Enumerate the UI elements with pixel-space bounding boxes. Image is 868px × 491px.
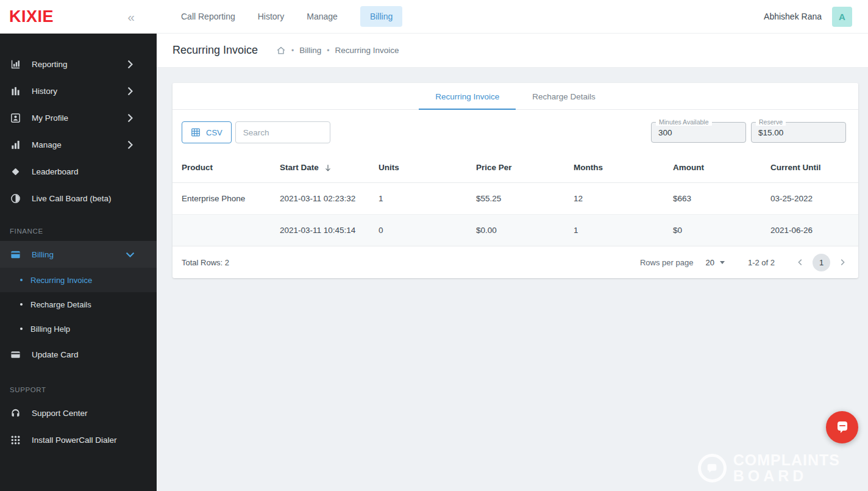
- headset-icon: [10, 407, 21, 419]
- cell-amount: $0: [673, 214, 770, 246]
- sidebar-header: KIXIE «: [0, 0, 157, 34]
- chevron-right-icon: [124, 85, 136, 97]
- reserve-input[interactable]: [752, 128, 845, 137]
- minutes-available-input[interactable]: [652, 128, 745, 137]
- previous-page-button[interactable]: [793, 255, 808, 270]
- sidebar-item-billing[interactable]: Billing: [0, 241, 157, 268]
- avatar[interactable]: A: [832, 7, 852, 27]
- rows-per-page-select[interactable]: 20: [705, 258, 724, 267]
- bullet-icon: [20, 328, 23, 330]
- sidebar-item-history[interactable]: History: [0, 77, 157, 104]
- sidebar-item-update-card[interactable]: Update Card: [0, 341, 157, 368]
- table-grid-icon: [191, 127, 201, 137]
- cell-price-per: $55.25: [476, 182, 574, 214]
- chat-launcher-button[interactable]: [826, 411, 858, 443]
- csv-export-button[interactable]: CSV: [182, 121, 232, 143]
- sidebar-collapse-button[interactable]: «: [127, 10, 135, 23]
- cell-months: 12: [574, 182, 673, 214]
- sidebar-subitem-billing-help[interactable]: Billing Help: [0, 317, 157, 341]
- topnav-user-area: Abhishek Rana A: [764, 7, 852, 27]
- bullet-icon: [20, 303, 23, 306]
- topnav-billing[interactable]: Billing: [360, 6, 402, 27]
- sidebar-item-support-center[interactable]: Support Center: [0, 400, 157, 426]
- balance-fields: Minutes Available Reserve: [651, 122, 846, 143]
- page-header: Recurring Invoice • Billing • Recurring …: [157, 34, 868, 68]
- sidebar-item-my-profile[interactable]: My Profile: [0, 104, 157, 131]
- search-input[interactable]: [235, 121, 330, 143]
- topnav-call-reporting[interactable]: Call Reporting: [181, 6, 235, 27]
- column-header-product[interactable]: Product: [173, 153, 280, 182]
- home-icon[interactable]: [276, 46, 286, 56]
- cell-amount: $663: [673, 182, 770, 214]
- caret-down-icon: [720, 261, 725, 264]
- sidebar-subitem-label: Recharge Details: [30, 300, 91, 309]
- cell-months: 1: [574, 214, 673, 246]
- breadcrumb-billing[interactable]: Billing: [299, 46, 321, 55]
- column-header-label: Start Date: [280, 163, 319, 172]
- tab-recurring-invoice[interactable]: Recurring Invoice: [419, 83, 516, 110]
- total-rows-text: Total Rows: 2: [182, 258, 229, 267]
- kixie-logo[interactable]: KIXIE: [9, 7, 54, 26]
- csv-button-label: CSV: [206, 128, 222, 137]
- column-header-price-per[interactable]: Price Per: [476, 153, 574, 182]
- chevron-right-icon: [124, 59, 136, 70]
- column-header-current-until[interactable]: Current Until: [770, 153, 858, 182]
- next-page-button[interactable]: [835, 255, 850, 270]
- cell-units: 1: [379, 182, 476, 214]
- minutes-available-label: Minutes Available: [656, 118, 712, 126]
- cell-product: [173, 214, 280, 246]
- column-header-units[interactable]: Units: [379, 153, 476, 182]
- breadcrumb-recurring-invoice[interactable]: Recurring Invoice: [335, 46, 399, 55]
- sidebar-item-install-powercall[interactable]: Install PowerCall Dialer: [0, 426, 157, 453]
- sidebar-item-live-call-board[interactable]: Live Call Board (beta): [0, 185, 157, 212]
- sidebar-item-manage[interactable]: Manage: [0, 131, 157, 158]
- table-header-row: Product Start Date Units Price Per Month…: [173, 153, 858, 182]
- sidebar-subitem-recharge-details[interactable]: Recharge Details: [0, 292, 157, 317]
- sidebar-nav: Reporting History My Profile Manage: [0, 34, 157, 453]
- cell-product: Enterprise Phone: [173, 182, 280, 214]
- column-header-start-date[interactable]: Start Date: [280, 153, 379, 182]
- sidebar-item-label: Manage: [32, 140, 62, 149]
- bullet-icon: [20, 279, 23, 281]
- sidebar-subitem-label: Recurring Invoice: [30, 276, 92, 285]
- cell-units: 0: [379, 214, 476, 246]
- tab-recharge-details[interactable]: Recharge Details: [516, 83, 612, 110]
- topnav-manage[interactable]: Manage: [307, 6, 338, 27]
- bar-chart-icon: [10, 59, 21, 70]
- cell-price-per: $0.00: [476, 214, 574, 246]
- panel-tabs: Recurring Invoice Recharge Details: [173, 83, 858, 110]
- page-number-button[interactable]: 1: [813, 254, 830, 271]
- sidebar-subitem-recurring-invoice[interactable]: Recurring Invoice: [0, 268, 157, 292]
- cell-start-date: 2021-03-11 10:45:14: [280, 214, 379, 246]
- reserve-field: Reserve: [751, 122, 846, 143]
- sidebar-item-label: Leaderboard: [32, 167, 79, 176]
- app-root: KIXIE « Reporting History My Profile: [0, 0, 868, 491]
- page-range-text: 1-2 of 2: [748, 258, 775, 267]
- sidebar-item-label: Reporting: [32, 60, 68, 69]
- sidebar: KIXIE « Reporting History My Profile: [0, 0, 157, 491]
- chevron-right-icon: [124, 112, 136, 124]
- sidebar-item-label: My Profile: [32, 113, 68, 123]
- sort-descending-icon[interactable]: [324, 163, 332, 172]
- user-name[interactable]: Abhishek Rana: [764, 12, 822, 21]
- table-row[interactable]: 2021-03-11 10:45:14 0 $0.00 1 $0 2021-06…: [173, 214, 858, 246]
- topnav-history[interactable]: History: [258, 6, 285, 27]
- column-header-amount[interactable]: Amount: [673, 153, 770, 182]
- table-footer: Total Rows: 2 Rows per page 20 1-2 of 2 …: [173, 246, 858, 278]
- invoice-panel: Recurring Invoice Recharge Details CSV M…: [173, 83, 858, 278]
- chevron-down-icon: [124, 249, 136, 260]
- sidebar-item-label: Live Call Board (beta): [32, 194, 112, 203]
- sidebar-item-leaderboard[interactable]: Leaderboard: [0, 158, 157, 185]
- credit-card-icon: [10, 349, 21, 360]
- sidebar-section-finance: FINANCE: [0, 212, 157, 241]
- pagination-controls: Rows per page 20 1-2 of 2 1: [640, 254, 850, 271]
- column-header-months[interactable]: Months: [574, 153, 673, 182]
- main-area: Call Reporting History Manage Billing Ab…: [157, 0, 868, 491]
- sidebar-item-reporting[interactable]: Reporting: [0, 51, 157, 77]
- recurring-invoice-table: Product Start Date Units Price Per Month…: [173, 153, 858, 246]
- manage-chart-icon: [10, 139, 21, 151]
- table-row[interactable]: Enterprise Phone 2021-03-11 02:23:32 1 $…: [173, 182, 858, 214]
- chevron-right-icon: [124, 139, 136, 151]
- page-title: Recurring Invoice: [173, 44, 258, 57]
- content-area: Recurring Invoice Recharge Details CSV M…: [157, 68, 868, 491]
